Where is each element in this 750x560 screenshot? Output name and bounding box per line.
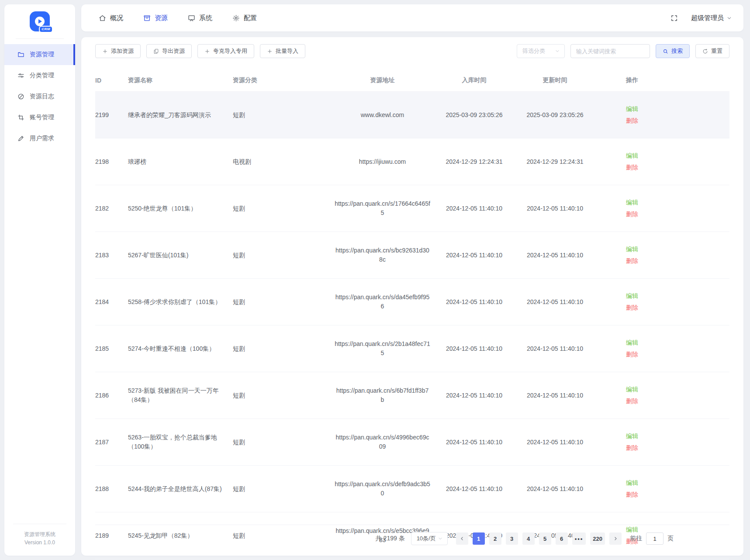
cell-updated: 2024-12-05 11:40:10 — [515, 185, 595, 232]
category-filter-select[interactable]: 筛选分类 — [517, 44, 565, 58]
edit-link[interactable]: 编辑 — [626, 197, 729, 208]
delete-link[interactable]: 删除 — [626, 395, 729, 407]
sidebar-item-resource-management[interactable]: 资源管理 — [4, 44, 75, 65]
cell-category: 短剧 — [233, 92, 331, 138]
cell-category: 短剧 — [233, 419, 331, 466]
content-card: 添加资源 导出资源 夸克导入专用 批量导入 筛选分类 — [81, 37, 743, 556]
add-resource-button[interactable]: 添加资源 — [95, 44, 141, 58]
sidebar-nav: 资源管理 分类管理 资源日志 账号管理 用户需求 — [4, 44, 75, 149]
batch-import-button[interactable]: 批量导入 — [260, 44, 305, 58]
quark-import-button[interactable]: 夸克导入专用 — [197, 44, 254, 58]
top-header: 概况 资源 系统 配置 超级管理员 — [81, 4, 743, 31]
tab-config[interactable]: 配置 — [232, 14, 257, 22]
goto-page-input[interactable] — [646, 532, 664, 545]
folder-icon — [17, 51, 24, 58]
cell-name: 继承者的荣耀_刀客源码网演示 — [128, 92, 233, 138]
table-row: 2199 继承者的荣耀_刀客源码网演示 短剧 www.dkewl.com 202… — [95, 92, 729, 138]
cell-created: 2024-12-29 12:24:31 — [434, 138, 515, 185]
edit-link[interactable]: 编辑 — [626, 384, 729, 395]
col-category: 资源分类 — [233, 69, 331, 92]
cell-name: 5263-一胎双宝，抢个总裁当爹地（100集） — [128, 419, 233, 466]
edit-link[interactable]: 编辑 — [626, 290, 729, 302]
export-resource-button[interactable]: 导出资源 — [146, 44, 192, 58]
tab-label: 系统 — [199, 14, 212, 22]
fullscreen-icon[interactable] — [671, 14, 678, 22]
delete-link[interactable]: 删除 — [626, 255, 729, 267]
keyword-search-input[interactable] — [570, 44, 650, 58]
cell-created: 2024-12-05 11:40:10 — [434, 279, 515, 325]
page-button-1[interactable]: 1 — [473, 532, 485, 545]
table-row: 2198 琅琊榜 电视剧 https://ijiuwu.com 2024-12-… — [95, 138, 729, 185]
tab-label: 概况 — [110, 14, 123, 22]
cell-url: https://pan.quark.cn/s/17664c6465f5 — [331, 185, 434, 232]
sidebar-item-category-management[interactable]: 分类管理 — [4, 65, 75, 86]
chevron-down-icon — [726, 15, 732, 21]
edit-link[interactable]: 编辑 — [626, 103, 729, 115]
cell-id: 2198 — [95, 138, 128, 185]
col-ops: 操作 — [595, 69, 729, 92]
prev-page-button[interactable] — [456, 532, 468, 545]
sidebar-footer: 资源管理系统 Version 1.0.0 — [13, 524, 66, 556]
goto-label: 前往 — [630, 535, 642, 543]
plus-icon — [267, 48, 273, 54]
delete-link[interactable]: 删除 — [626, 162, 729, 173]
delete-link[interactable]: 删除 — [626, 489, 729, 501]
col-url: 资源地址 — [331, 69, 434, 92]
page-button-6[interactable]: 6 — [556, 532, 568, 545]
edit-link[interactable]: 编辑 — [626, 150, 729, 162]
user-name: 超级管理员 — [691, 14, 724, 22]
top-nav: 概况 资源 系统 配置 — [99, 14, 257, 22]
page-button-2[interactable]: 2 — [489, 532, 501, 545]
cell-created: 2024-12-05 11:40:10 — [434, 466, 515, 512]
page-size-select[interactable]: 10条/页 — [411, 532, 448, 545]
cell-updated: 2024-12-05 11:40:10 — [515, 279, 595, 325]
delete-link[interactable]: 删除 — [626, 442, 729, 454]
edit-link[interactable]: 编辑 — [626, 243, 729, 255]
tab-system[interactable]: 系统 — [188, 14, 212, 22]
cell-url: https://pan.quark.cn/s/6b7fd1ff3b7b — [331, 372, 434, 419]
cell-name: 5250-绝世龙尊（101集） — [128, 185, 233, 232]
table-row: 2188 5244-我的弟子全是绝世高人(87集) 短剧 https://pan… — [95, 466, 729, 512]
copy-icon — [153, 48, 159, 54]
sidebar-item-label: 分类管理 — [30, 72, 54, 80]
table-row: 2183 5267-旷世医仙(101集) 短剧 https://pan.quar… — [95, 232, 729, 279]
sidebar-item-user-demand[interactable]: 用户需求 — [4, 128, 75, 149]
delete-link[interactable]: 删除 — [626, 302, 729, 314]
pages-ellipsis[interactable]: ••• — [572, 532, 586, 545]
next-page-button[interactable] — [609, 532, 622, 545]
cell-id: 2182 — [95, 185, 128, 232]
crm-logo-icon: CRM — [30, 11, 50, 31]
logo-badge: CRM — [39, 26, 53, 33]
page-button-5[interactable]: 5 — [539, 532, 551, 545]
tab-overview[interactable]: 概况 — [99, 14, 123, 22]
edit-link[interactable]: 编辑 — [626, 477, 729, 489]
tab-resources[interactable]: 资源 — [143, 14, 168, 22]
box-icon — [143, 14, 151, 22]
search-button[interactable]: 搜索 — [656, 44, 690, 58]
cell-url: https://ijiuwu.com — [331, 138, 434, 185]
reset-button[interactable]: 重置 — [695, 44, 729, 58]
cell-category: 短剧 — [233, 185, 331, 232]
sliders-icon — [17, 72, 24, 79]
delete-link[interactable]: 删除 — [626, 115, 729, 127]
cell-updated: 2024-12-05 11:40:10 — [515, 466, 595, 512]
app-logo: CRM — [4, 4, 75, 38]
plus-icon — [102, 48, 108, 54]
page-button-4[interactable]: 4 — [522, 532, 535, 545]
table-row: 2186 5273-新版 我被困在同一天一万年（84集） 短剧 https://… — [95, 372, 729, 419]
sidebar-item-resource-log[interactable]: 资源日志 — [4, 86, 75, 107]
delete-link[interactable]: 删除 — [626, 349, 729, 360]
cell-url: https://pan.quark.cn/s/da45efb9f956 — [331, 279, 434, 325]
refresh-icon — [702, 48, 708, 54]
delete-link[interactable]: 删除 — [626, 208, 729, 220]
page-button-3[interactable]: 3 — [506, 532, 518, 545]
cell-name: 5273-新版 我被困在同一天一万年（84集） — [128, 372, 233, 419]
page-button-last[interactable]: 220 — [590, 532, 605, 545]
cell-updated: 2025-03-09 23:05:26 — [515, 92, 595, 138]
sidebar-item-account-management[interactable]: 账号管理 — [4, 107, 75, 128]
cell-id: 2188 — [95, 466, 128, 512]
edit-link[interactable]: 编辑 — [626, 337, 729, 349]
user-menu[interactable]: 超级管理员 — [691, 14, 732, 22]
plus-icon — [204, 48, 210, 54]
edit-link[interactable]: 编辑 — [626, 430, 729, 442]
